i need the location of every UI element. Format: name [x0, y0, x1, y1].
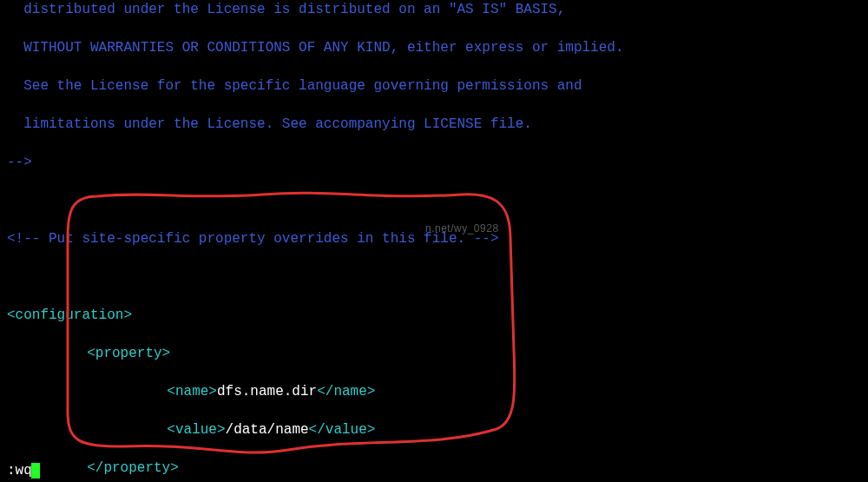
tag-name-close: </name> — [317, 384, 375, 399]
tag-value-close: </value> — [309, 422, 376, 438]
vi-command-text: :wq — [7, 463, 32, 479]
cursor-icon — [31, 463, 40, 479]
terminal-editor[interactable]: distributed under the License is distrib… — [0, 0, 868, 482]
license-line-4: limitations under the License. See accom… — [7, 116, 532, 132]
license-line-3: See the License for the specific languag… — [7, 78, 582, 94]
tag-property-close: </property> — [87, 460, 179, 476]
tag-value-open: <value> — [167, 422, 225, 438]
tag-property-open: <property> — [87, 346, 170, 361]
prop1-value: /data/name — [226, 422, 309, 438]
comment-close: --> — [7, 155, 32, 170]
tag-configuration-open: <configuration> — [7, 307, 132, 323]
tag-name-open: <name> — [167, 384, 217, 399]
editor-content[interactable]: distributed under the License is distrib… — [7, 0, 861, 482]
prop1-name: dfs.name.dir — [217, 384, 317, 399]
license-line-1: distributed under the License is distrib… — [7, 2, 565, 17]
watermark-text: n.net/wy_0928 — [425, 219, 499, 238]
vi-command-line[interactable]: :wq — [7, 461, 40, 480]
license-line-2: WITHOUT WARRANTIES OR CONDITIONS OF ANY … — [7, 40, 624, 56]
